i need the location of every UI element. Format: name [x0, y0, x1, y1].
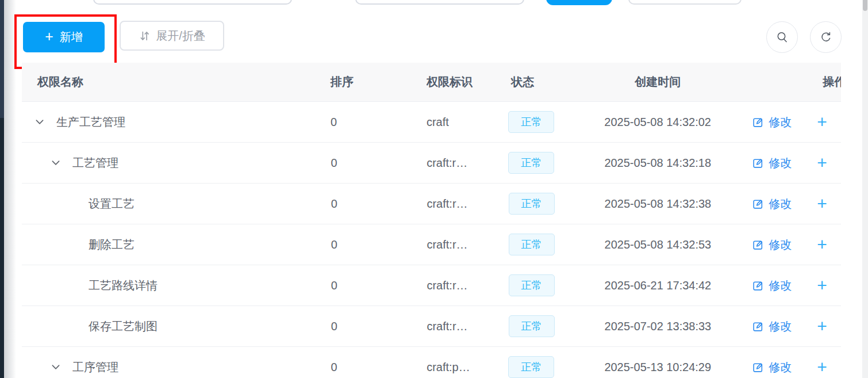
- edit-icon: [752, 116, 764, 128]
- row-actions: 修改 +: [745, 347, 841, 378]
- page: + 新增 展开/折叠 权限名称 排序: [0, 0, 868, 378]
- column-header-name: 权限名称: [22, 74, 331, 90]
- edit-link[interactable]: 修改: [745, 196, 792, 212]
- plus-icon: +: [45, 29, 53, 44]
- created-time: 2025-05-13 10:24:29: [604, 361, 711, 373]
- table-row: 工序管理 0 craft:p… 正常 2025-05-13 10:24:29 修…: [22, 347, 841, 378]
- sidebar-edge-bottom: [0, 118, 4, 378]
- edit-link-label: 修改: [769, 155, 792, 171]
- edit-icon: [752, 280, 764, 292]
- add-button[interactable]: + 新增: [23, 22, 105, 52]
- search-submit-button-fragment[interactable]: [546, 0, 612, 5]
- row-add-plus-icon[interactable]: +: [817, 277, 827, 294]
- edit-icon: [752, 320, 764, 333]
- row-add-plus-icon[interactable]: +: [817, 236, 827, 253]
- sidebar-edge-top: [0, 0, 4, 118]
- created-time: 2025-05-08 14:32:38: [605, 197, 712, 210]
- row-add-plus-icon[interactable]: +: [817, 318, 827, 335]
- permission-name: 设置工艺: [89, 196, 135, 212]
- column-header-created: 创建时间: [570, 74, 745, 90]
- status-badge: 正常: [508, 111, 554, 133]
- search-form-input-2-fragment[interactable]: [355, 0, 524, 5]
- permission-key: craft:r…: [427, 320, 467, 333]
- permission-name: 生产工艺管理: [56, 114, 125, 130]
- search-form-input-fragment[interactable]: [93, 0, 292, 5]
- scrollbar-thumb[interactable]: [863, 0, 867, 11]
- edit-link[interactable]: 修改: [745, 155, 792, 171]
- created-time: 2025-06-21 17:34:42: [605, 279, 712, 292]
- row-add-plus-icon[interactable]: +: [817, 154, 827, 171]
- sort-value: 0: [331, 279, 337, 292]
- edit-icon: [752, 198, 764, 210]
- edit-link[interactable]: 修改: [745, 319, 792, 334]
- edit-link[interactable]: 修改: [745, 360, 792, 375]
- permission-key: craft:r…: [427, 156, 467, 169]
- permission-key: craft:r…: [427, 279, 467, 292]
- tree-cell: 删除工艺: [22, 237, 331, 253]
- vertical-scrollbar: [862, 0, 868, 378]
- tree-cell: 工艺管理: [22, 155, 331, 171]
- edit-link-label: 修改: [769, 319, 792, 334]
- edit-icon: [752, 239, 764, 251]
- status-badge: 正常: [509, 315, 555, 337]
- show-search-button[interactable]: [766, 21, 798, 53]
- sort-value: 0: [331, 197, 337, 210]
- table-row: 保存工艺制图 0 craft:r… 正常 2025-07-02 13:38:33…: [22, 306, 841, 347]
- row-actions: 修改 +: [745, 143, 841, 183]
- status-badge: 正常: [508, 152, 554, 174]
- chevron-down-icon[interactable]: [51, 362, 61, 372]
- created-time: 2025-05-08 14:32:02: [604, 116, 711, 128]
- sort-value: 0: [331, 116, 337, 128]
- permission-key: craft:r…: [427, 238, 467, 251]
- row-actions: 修改 +: [745, 306, 841, 346]
- status-badge: 正常: [508, 356, 554, 378]
- edit-link-label: 修改: [769, 114, 792, 130]
- table-row: 工艺路线详情 0 craft:r… 正常 2025-06-21 17:34:42…: [22, 265, 841, 306]
- row-add-plus-icon[interactable]: +: [817, 358, 827, 376]
- column-header-perm: 权限标识: [427, 74, 508, 90]
- permission-key: craft: [427, 116, 449, 128]
- row-actions: 修改 +: [745, 102, 841, 142]
- status-badge: 正常: [509, 234, 555, 255]
- permission-name: 工艺管理: [72, 155, 118, 171]
- status-badge: 正常: [509, 274, 555, 296]
- table-header-row: 权限名称 排序 权限标识 状态 创建时间 操作: [22, 63, 841, 102]
- edit-link-label: 修改: [769, 360, 792, 375]
- tree-cell: 设置工艺: [22, 196, 331, 212]
- edit-icon: [752, 157, 764, 169]
- table-row: 删除工艺 0 craft:r… 正常 2025-05-08 14:32:53 修…: [22, 224, 841, 265]
- table-row: 工艺管理 0 craft:r… 正常 2025-05-08 14:32:18 修…: [22, 143, 841, 184]
- search-icon: [775, 30, 789, 44]
- row-actions: 修改 +: [745, 224, 841, 265]
- sort-value: 0: [331, 320, 337, 333]
- permission-key: craft:r…: [427, 197, 467, 210]
- edit-link-label: 修改: [769, 278, 792, 293]
- permission-name: 删除工艺: [89, 237, 135, 253]
- search-reset-button-fragment[interactable]: [628, 0, 742, 5]
- expand-collapse-button[interactable]: 展开/折叠: [120, 21, 224, 51]
- column-header-sort: 排序: [331, 74, 427, 90]
- edit-link-label: 修改: [769, 196, 792, 212]
- created-time: 2025-07-02 13:38:33: [605, 320, 712, 333]
- edit-link-label: 修改: [769, 237, 792, 253]
- chevron-down-icon[interactable]: [51, 158, 61, 168]
- tree-cell: 工艺路线详情: [22, 278, 331, 293]
- edit-icon: [752, 361, 764, 373]
- column-header-status: 状态: [508, 74, 570, 90]
- status-badge: 正常: [509, 193, 555, 215]
- created-time: 2025-05-08 14:32:53: [605, 238, 712, 251]
- permission-name: 工艺路线详情: [89, 278, 158, 293]
- sort-value: 0: [331, 156, 337, 169]
- row-add-plus-icon[interactable]: +: [817, 195, 827, 212]
- column-header-actions-label: 操作: [823, 74, 841, 90]
- edit-link[interactable]: 修改: [745, 114, 792, 130]
- chevron-down-icon[interactable]: [34, 117, 45, 127]
- row-add-plus-icon[interactable]: +: [817, 113, 827, 131]
- edit-link[interactable]: 修改: [745, 278, 792, 293]
- refresh-button[interactable]: [810, 21, 842, 53]
- sort-value: 0: [331, 361, 337, 373]
- table-row: 生产工艺管理 0 craft 正常 2025-05-08 14:32:02 修改…: [22, 102, 841, 143]
- edit-link[interactable]: 修改: [745, 237, 792, 253]
- expand-collapse-label: 展开/折叠: [156, 28, 205, 44]
- permission-key: craft:p…: [427, 361, 470, 373]
